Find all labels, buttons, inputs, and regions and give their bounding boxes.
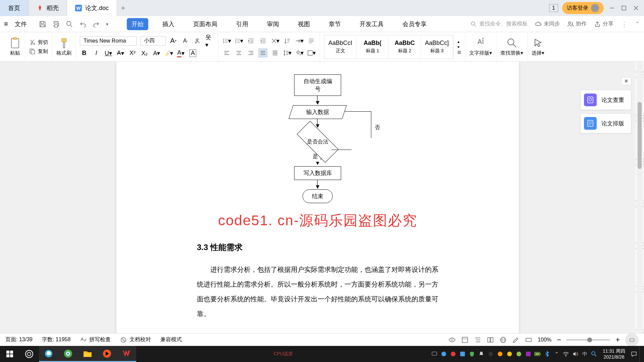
task-app-wps[interactable]	[117, 346, 136, 362]
task-app-obs[interactable]	[19, 346, 39, 362]
align-right-button[interactable]	[247, 49, 255, 57]
distribute-button[interactable]	[271, 49, 279, 57]
start-button[interactable]	[0, 346, 19, 362]
document-area[interactable]: 自动生成编号 │▼ 输入数据 否 │▼ 是否合法 是 │▼ 写入数据库 │▼ 结…	[0, 62, 635, 349]
eye-icon[interactable]	[448, 336, 456, 344]
strikethrough-button[interactable]: A▾	[116, 49, 125, 58]
tray-shield-icon[interactable]	[468, 350, 476, 358]
guest-login-button[interactable]: 访客登录	[562, 2, 604, 14]
style-scroll-down-icon[interactable]: ▾	[458, 45, 461, 49]
menu-tab-review[interactable]: 审阅	[262, 18, 284, 30]
redo-icon[interactable]	[93, 20, 100, 28]
tab-home[interactable]: 首页	[0, 0, 29, 16]
tab-add-button[interactable]: +	[117, 3, 129, 13]
cut-button[interactable]: 剪切	[29, 39, 48, 46]
menu-tab-start[interactable]: 开始	[127, 18, 148, 30]
side-collapse-icon[interactable]: ≡	[621, 77, 631, 85]
underline-button[interactable]: U▾	[104, 49, 113, 58]
qat-dropdown-icon[interactable]: ▾	[106, 20, 113, 28]
tray-desktop-icon[interactable]	[430, 350, 438, 358]
increase-font-icon[interactable]: A+	[169, 37, 178, 45]
save-icon[interactable]	[39, 20, 46, 28]
sync-status[interactable]: 未同步	[535, 20, 560, 27]
status-page[interactable]: 页面: 13/39	[5, 336, 33, 343]
vertical-scrollbar[interactable]	[637, 62, 643, 349]
print-icon[interactable]	[52, 20, 60, 28]
find-replace-button[interactable]: 查找替换▾	[500, 37, 523, 56]
decrease-indent-button[interactable]	[247, 37, 255, 45]
task-app-ie[interactable]	[39, 346, 58, 362]
tray-app4-icon[interactable]	[505, 350, 514, 358]
search-box[interactable]: 查找命令、搜索模板	[471, 20, 528, 27]
font-size-input[interactable]	[140, 36, 166, 46]
clear-format-icon[interactable]	[193, 37, 202, 45]
phonetic-guide-icon[interactable]: 웃▾	[205, 37, 214, 45]
hamburger-icon[interactable]: ≡	[4, 20, 8, 28]
task-app-explorer[interactable]	[78, 346, 97, 362]
paper-layout-button[interactable]: 论文排版	[580, 113, 631, 133]
align-justify-button[interactable]	[259, 49, 267, 57]
sort-button[interactable]	[283, 37, 291, 45]
more-icon[interactable]: ⋮	[621, 20, 628, 28]
paper-check-button[interactable]: 论文查重	[580, 90, 631, 110]
undo-icon[interactable]	[79, 20, 87, 28]
paste-button[interactable]: 粘贴	[9, 37, 21, 56]
superscript-button[interactable]: X²	[128, 49, 137, 58]
style-scroll-up-icon[interactable]: ▴	[458, 39, 461, 44]
style-heading3[interactable]: AaBbCc]标题 3	[421, 35, 453, 59]
shading-button[interactable]: ▾	[295, 49, 304, 57]
tray-search-icon[interactable]	[590, 350, 598, 358]
tab-button[interactable]: ▾	[295, 37, 304, 45]
minimize-button[interactable]	[608, 4, 616, 12]
tray-app5-icon[interactable]	[515, 350, 523, 358]
page-view-icon[interactable]	[461, 336, 469, 344]
menu-tab-member[interactable]: 会员专享	[398, 18, 431, 30]
zoom-out-button[interactable]: −	[557, 336, 561, 344]
text-effect-button[interactable]: A▾	[152, 49, 161, 58]
highlight-button[interactable]: ▾	[164, 49, 173, 58]
outline-view-icon[interactable]	[474, 336, 481, 344]
decrease-font-icon[interactable]: A-	[181, 37, 190, 45]
font-name-input[interactable]	[80, 36, 137, 46]
assistant-button[interactable]	[625, 333, 639, 347]
menu-tab-page-layout[interactable]: 页面布局	[189, 18, 222, 30]
zoom-level[interactable]: 100%	[538, 337, 551, 343]
font-color-button[interactable]: A▾	[176, 49, 185, 58]
tray-app-icon[interactable]	[449, 350, 457, 358]
collab-button[interactable]: 协作	[567, 20, 587, 27]
tray-ime-icon[interactable]: 中	[581, 350, 589, 358]
maximize-button[interactable]	[620, 4, 628, 12]
asian-layout-button[interactable]: ▾	[271, 37, 279, 45]
tray-battery-icon[interactable]	[534, 350, 542, 358]
style-expand-icon[interactable]: ⊟	[458, 50, 461, 55]
status-words[interactable]: 字数: 11958	[42, 336, 70, 343]
tray-wifi-icon[interactable]	[562, 350, 570, 358]
italic-button[interactable]: I	[92, 49, 101, 58]
menu-tab-chapter[interactable]: 章节	[324, 18, 345, 30]
menu-tab-insert[interactable]: 插入	[158, 18, 179, 30]
menu-tab-developer[interactable]: 开发工具	[355, 18, 388, 30]
reading-view-icon[interactable]	[487, 336, 494, 344]
increase-indent-button[interactable]	[259, 37, 267, 45]
tray-chevron-icon[interactable]: ⌃	[552, 350, 560, 358]
zoom-in-button[interactable]: +	[615, 336, 620, 344]
tray-volume-icon[interactable]	[571, 350, 579, 358]
tab-count[interactable]: 1	[549, 4, 558, 12]
tray-app6-icon[interactable]	[524, 350, 532, 358]
number-list-button[interactable]: 123▾	[234, 37, 243, 45]
tray-qq-icon[interactable]	[487, 350, 495, 358]
tray-app3-icon[interactable]	[496, 350, 504, 358]
task-app-browser[interactable]	[58, 346, 78, 362]
zoom-thumb[interactable]	[587, 338, 592, 342]
tray-bell-icon[interactable]	[477, 350, 485, 358]
scrollbar-thumb[interactable]	[638, 102, 642, 169]
style-heading2[interactable]: AaBbC标题 2	[389, 35, 421, 59]
share-button[interactable]: 分享	[594, 20, 613, 27]
tray-security-icon[interactable]	[440, 350, 448, 358]
border-button[interactable]: ▾	[307, 49, 316, 57]
tray-app2-icon[interactable]	[459, 350, 467, 358]
show-desktop-button[interactable]	[639, 346, 642, 362]
task-app-media[interactable]	[97, 346, 117, 362]
collapse-ribbon-icon[interactable]: ⌃	[635, 20, 640, 28]
spell-check-button[interactable]: 拼写检查	[80, 336, 111, 343]
